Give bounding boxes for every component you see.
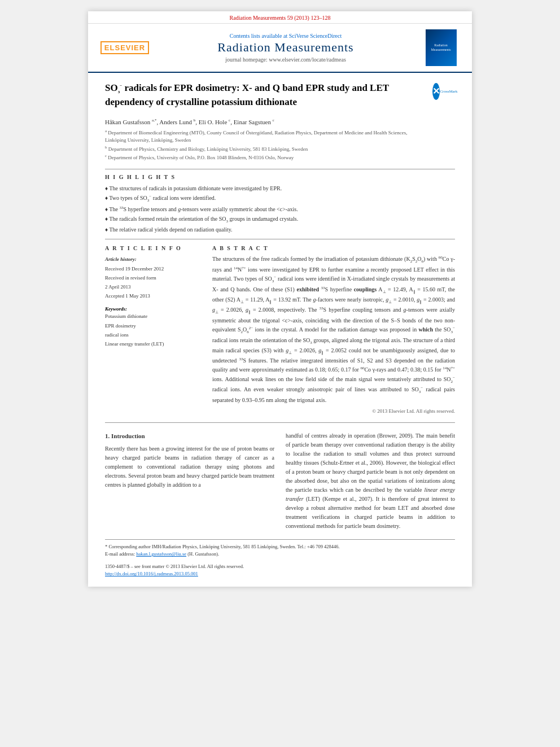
corresponding-author-note: * Corresponding author IMH/Radiation Phy… — [105, 543, 455, 551]
journal-citation-bar: Radiation Measurements 59 (2013) 123–128 — [88, 11, 472, 24]
section-heading: 1. Introduction — [105, 431, 274, 442]
article-content: SO3− radicals for EPR dosimetry: X- and … — [88, 73, 472, 587]
copyright-text: © 2013 Elsevier Ltd. All rights reserved… — [212, 408, 455, 414]
abstract-text: The structures of the free radicals form… — [212, 255, 455, 404]
keyword-3: radical ions — [105, 330, 201, 339]
doi-link[interactable]: http://dx.doi.org/10.1016/j.radmeas.2013… — [105, 571, 198, 576]
intro-para-2: handful of centres already in operation … — [286, 431, 455, 531]
abstract-label: A B S T R A C T — [212, 245, 455, 251]
highlights-section: H I G H L I G H T S The structures of ra… — [105, 174, 455, 235]
accepted-date: Accepted 1 May 2013 — [105, 291, 201, 300]
highlight-item: The relative radical yields depend on ra… — [105, 225, 455, 234]
journal-thumbnail: Radiation Measurements — [426, 29, 457, 66]
sciverse-link: Contents lists available at SciVerse Sci… — [153, 33, 418, 39]
elsevier-logo: ELSEVIER — [102, 38, 147, 58]
divider-1 — [105, 169, 455, 169]
journal-header-right: Radiation Measurements — [418, 29, 463, 66]
affiliation-a: a Department of Biomedical Engineering (… — [105, 128, 455, 145]
title-row: SO3− radicals for EPR dosimetry: X- and … — [105, 81, 455, 113]
intro-two-col: 1. Introduction Recently there has been … — [105, 431, 455, 531]
which-text: which — [330, 487, 343, 493]
revised-date: 2 April 2013 — [105, 282, 201, 291]
issn-line: 1350-4487/$ – see front matter © 2013 El… — [105, 563, 455, 571]
citation-text: Radiation Measurements 59 (2013) 123–128 — [230, 15, 331, 21]
crossmark-icon: ✕ — [432, 83, 440, 100]
email-note: E-mail address: hakan.l.gustafsson@liu.s… — [105, 551, 455, 558]
highlights-list: The structures of radicals in potassium … — [105, 184, 455, 235]
keywords-section: Keywords: Potassium dithionate EPR dosim… — [105, 306, 201, 348]
article-info-col: A R T I C L E I N F O Article history: R… — [105, 245, 201, 413]
revised-label: Received in revised form — [105, 273, 201, 282]
intro-col-left: 1. Introduction Recently there has been … — [105, 431, 274, 531]
highlights-title: H I G H L I G H T S — [105, 174, 455, 180]
abstract-col: A B S T R A C T The structures of the fr… — [212, 245, 455, 413]
journal-homepage: journal homepage: www.elsevier.com/locat… — [153, 56, 418, 63]
highlight-item: The radicals formed retain the orientati… — [105, 214, 455, 225]
journal-title: Radiation Measurements — [153, 40, 418, 55]
divider-3 — [105, 422, 455, 423]
affiliation-c: c Department of Physics, University of O… — [105, 153, 455, 162]
keyword-4: Linear energy transfer (LET) — [105, 339, 201, 348]
journal-header: ELSEVIER Contents lists available at Sci… — [88, 24, 472, 73]
keywords-label: Keywords: — [105, 306, 201, 312]
history-label: Article history: — [105, 255, 201, 264]
highlight-item: The 33S hyperfine tensors and g-tensors … — [105, 204, 455, 214]
issn-text: 1350-4487/$ – see front matter © 2013 El… — [105, 563, 244, 569]
journal-header-left: ELSEVIER — [97, 38, 153, 58]
affiliation-b: b Department of Physics, Chemistry and B… — [105, 145, 455, 154]
divider-2 — [105, 239, 455, 239]
affiliations: a Department of Biomedical Engineering (… — [105, 128, 455, 162]
intro-para-1: Recently there has been a growing intere… — [105, 444, 274, 490]
article-info-label: A R T I C L E I N F O — [105, 245, 201, 251]
email-link[interactable]: hakan.l.gustafsson@liu.se — [136, 551, 186, 557]
intro-col-right: handful of centres already in operation … — [286, 431, 455, 531]
authors-line: Håkan Gustafsson a,*, Anders Lund b, Eli… — [105, 118, 455, 125]
article-history: Article history: Received 19 December 20… — [105, 255, 201, 300]
page: Radiation Measurements 59 (2013) 123–128… — [88, 11, 472, 587]
article-title: SO3− radicals for EPR dosimetry: X- and … — [105, 81, 430, 109]
highlight-item: Two types of SO3− radical ions were iden… — [105, 193, 455, 204]
elsevier-text: ELSEVIER — [100, 41, 149, 54]
crossmark-badge[interactable]: ✕ CrossMark — [435, 81, 455, 101]
keyword-2: EPR dosimetry — [105, 321, 201, 330]
email-label: E-mail address: — [105, 551, 136, 557]
received-date: Received 19 December 2012 — [105, 264, 201, 273]
footnote-section: * Corresponding author IMH/Radiation Phy… — [105, 539, 455, 578]
journal-header-center: Contents lists available at SciVerse Sci… — [153, 33, 418, 63]
highlight-item: The structures of radicals in potassium … — [105, 184, 455, 193]
introduction-section: 1. Introduction Recently there has been … — [105, 431, 455, 531]
keyword-1: Potassium dithionate — [105, 312, 201, 321]
article-info-abstract-row: A R T I C L E I N F O Article history: R… — [105, 245, 455, 413]
email-suffix: (H. Gustafsson). — [187, 551, 219, 557]
doi-line: http://dx.doi.org/10.1016/j.radmeas.2013… — [105, 570, 455, 578]
sciverse-link-text[interactable]: SciVerse ScienceDirect — [289, 33, 342, 39]
